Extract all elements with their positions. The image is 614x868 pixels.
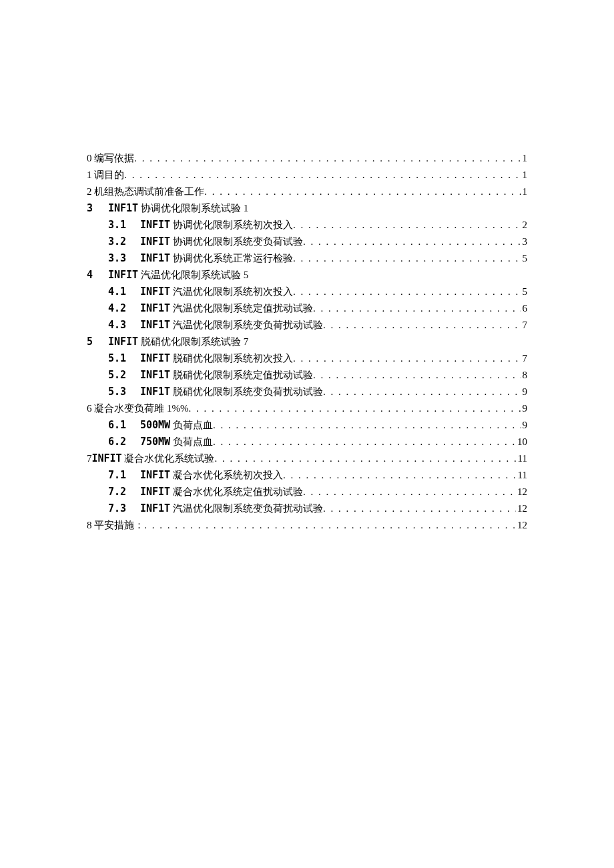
toc-entry: 7INFIT 凝合水优化系统试验 . . . . . . . . . . . .… [87, 450, 527, 467]
toc-subentry: 4.3INF1T 汽温优化限制系统变负荷扰动试验 . . . . . . . .… [87, 317, 527, 334]
toc-subentry-title: INF1T 汽温优化限制系统定值扰动试验 [132, 300, 313, 317]
toc-mono-label: 500MW [140, 419, 170, 431]
toc-entry-title: 0 编写依据 [87, 150, 134, 167]
toc-page-number: 7 [521, 350, 528, 367]
toc-section-number: 3 [87, 200, 108, 217]
toc-subentry-title: 750MW 负荷点血 [132, 434, 213, 450]
toc-mono-label: 750MW [140, 436, 170, 448]
toc-leader-dots: . . . . . . . . . . . . . . . . . . . . … [213, 434, 516, 450]
toc-subentry: 4.1INFIT 汽温优化限制系统初次投入 . . . . . . . . . … [87, 284, 527, 300]
toc-section-title: INFIT 汽温优化限制系统试验 5 [108, 267, 248, 284]
toc-section-heading: 5INFIT 脱硝优化限制系统试验 7 [87, 334, 527, 350]
toc-subentry: 7.2INFIT 凝合水优化系统定值扰动试验 . . . . . . . . .… [87, 484, 527, 500]
toc-section-number: 4 [87, 267, 108, 284]
toc-page-number: 12 [516, 517, 527, 534]
toc-mono-label: INFIT [140, 286, 170, 298]
toc-page-number: 12 [516, 500, 527, 517]
toc-subentry-title: INF1T 脱硝优化限制系统定值扰动试验 [132, 367, 313, 384]
toc-page-number: 3 [521, 234, 528, 250]
toc-mono-label: INFIT [108, 269, 138, 281]
toc-subentry: 7.3INF1T 汽温优化限制系统变负荷扰动试验 . . . . . . . .… [87, 500, 527, 517]
toc-subentry-number: 4.2 [108, 300, 132, 317]
toc-subentry-number: 7.2 [108, 484, 132, 500]
toc-subentry: 3.1INFIT 协调优化限制系统初次投入 . . . . . . . . . … [87, 217, 527, 234]
toc-page-number: 1 [521, 150, 528, 167]
toc-mono-label: INF1T [140, 502, 170, 514]
toc-mono-label: INF1T [140, 302, 170, 314]
toc-leader-dots: . . . . . . . . . . . . . . . . . . . . … [313, 367, 521, 384]
toc-page-number: 11 [517, 467, 527, 484]
toc-entry-title: 8 平安措施： [87, 517, 144, 534]
toc-entry-title: 6 凝合水变负荷雎 1%% [87, 400, 189, 417]
toc-mono-label: INFIT [140, 236, 170, 248]
toc-leader-dots: . . . . . . . . . . . . . . . . . . . . … [323, 384, 521, 400]
toc-subentry-number: 5.2 [108, 367, 132, 384]
toc-mono-label: INF1T [140, 319, 170, 331]
toc-leader-dots: . . . . . . . . . . . . . . . . . . . . … [293, 350, 521, 367]
toc-page-number: 8 [521, 367, 528, 384]
toc-page-number: 5 [521, 250, 528, 267]
toc-entry-title: 2 机组热态调试前准备工作 [87, 183, 204, 200]
toc-subentry-title: INF1T 脱硝优化限制系统变负荷扰动试验 [132, 384, 323, 400]
toc-leader-dots: . . . . . . . . . . . . . . . . . . . . … [213, 417, 521, 434]
toc-subentry: 5.1INFIT 脱硝优化限制系统初次投入 . . . . . . . . . … [87, 350, 527, 367]
toc-mono-label: INFIT [140, 486, 170, 498]
toc-entry: 0 编写依据 . . . . . . . . . . . . . . . . .… [87, 150, 527, 167]
toc-subentry: 6.1500MW 负荷点血 . . . . . . . . . . . . . … [87, 417, 527, 434]
toc-leader-dots: . . . . . . . . . . . . . . . . . . . . … [283, 467, 517, 484]
toc-subentry-number: 6.2 [108, 434, 132, 450]
toc-mono-label: INF1T [140, 386, 170, 398]
toc-mono-label: INFIT [140, 219, 170, 231]
toc-subentry-title: INFIT 汽温优化限制系统初次投入 [132, 284, 293, 300]
toc-page-number: 9 [521, 417, 528, 434]
toc-subentry-number: 3.3 [108, 250, 132, 267]
toc-subentry-number: 6.1 [108, 417, 132, 434]
toc-page-number: 11 [517, 450, 527, 467]
toc-mono-label: INFIT [92, 452, 122, 464]
toc-entry: 6 凝合水变负荷雎 1%% . . . . . . . . . . . . . … [87, 400, 527, 417]
toc-section-number: 5 [87, 334, 108, 350]
toc-page-number: 9 [521, 384, 528, 400]
toc-subentry: 7.1INFIT 凝合水优化系统初次投入 . . . . . . . . . .… [87, 467, 527, 484]
toc-entry-title: 7INFIT 凝合水优化系统试验 [87, 450, 214, 467]
toc-subentry-number: 3.2 [108, 234, 132, 250]
toc-mono-label: INFIT [108, 336, 138, 348]
toc-subentry-number: 5.1 [108, 350, 132, 367]
toc-leader-dots: . . . . . . . . . . . . . . . . . . . . … [214, 450, 516, 467]
toc-subentry-title: INF1T 汽温优化限制系统变负荷扰动试验 [132, 317, 323, 334]
toc-entry: 2 机组热态调试前准备工作 . . . . . . . . . . . . . … [87, 183, 527, 200]
table-of-contents: 0 编写依据 . . . . . . . . . . . . . . . . .… [87, 150, 527, 534]
toc-leader-dots: . . . . . . . . . . . . . . . . . . . . … [303, 234, 521, 250]
toc-subentry-number: 7.1 [108, 467, 132, 484]
toc-entry: 1 调目的 . . . . . . . . . . . . . . . . . … [87, 167, 527, 183]
toc-page-number: 1 [521, 167, 528, 183]
toc-page-number: 12 [516, 484, 527, 500]
toc-subentry-title: INFIT 凝合水优化系统定值扰动试验 [132, 484, 303, 500]
toc-entry: 8 平安措施： . . . . . . . . . . . . . . . . … [87, 517, 527, 534]
toc-leader-dots: . . . . . . . . . . . . . . . . . . . . … [204, 183, 521, 200]
toc-subentry-title: INFIT 协调优化限制系统变负荷试验 [132, 234, 303, 250]
toc-subentry-number: 4.1 [108, 284, 132, 300]
toc-subentry-number: 4.3 [108, 317, 132, 334]
toc-subentry-title: 500MW 负荷点血 [132, 417, 213, 434]
toc-subentry: 6.2750MW 负荷点血 . . . . . . . . . . . . . … [87, 434, 527, 450]
toc-subentry: 5.2INF1T 脱硝优化限制系统定值扰动试验 . . . . . . . . … [87, 367, 527, 384]
toc-leader-dots: . . . . . . . . . . . . . . . . . . . . … [189, 400, 521, 417]
toc-subentry-title: INFIT 凝合水优化系统初次投入 [132, 467, 283, 484]
toc-mono-label: INF1T [140, 369, 170, 381]
toc-subentry-title: INFIT 脱硝优化限制系统初次投入 [132, 350, 293, 367]
toc-leader-dots: . . . . . . . . . . . . . . . . . . . . … [323, 317, 521, 334]
toc-leader-dots: . . . . . . . . . . . . . . . . . . . . … [323, 500, 516, 517]
toc-leader-dots: . . . . . . . . . . . . . . . . . . . . … [293, 284, 521, 300]
toc-leader-dots: . . . . . . . . . . . . . . . . . . . . … [293, 250, 521, 267]
toc-subentry: 3.2INFIT 协调优化限制系统变负荷试验 . . . . . . . . .… [87, 234, 527, 250]
toc-subentry-title: INF1T 汽温优化限制系统变负荷扰动试验 [132, 500, 323, 517]
toc-page-number: 5 [521, 284, 528, 300]
toc-section-heading: 4INFIT 汽温优化限制系统试验 5 [87, 267, 527, 284]
toc-subentry: 5.3INF1T 脱硝优化限制系统变负荷扰动试验 . . . . . . . .… [87, 384, 527, 400]
toc-page-number: 10 [516, 434, 527, 450]
toc-subentry-number: 5.3 [108, 384, 132, 400]
toc-mono-label: INF1T [108, 202, 138, 214]
toc-subentry: 4.2INF1T 汽温优化限制系统定值扰动试验 . . . . . . . . … [87, 300, 527, 317]
toc-leader-dots: . . . . . . . . . . . . . . . . . . . . … [134, 150, 521, 167]
